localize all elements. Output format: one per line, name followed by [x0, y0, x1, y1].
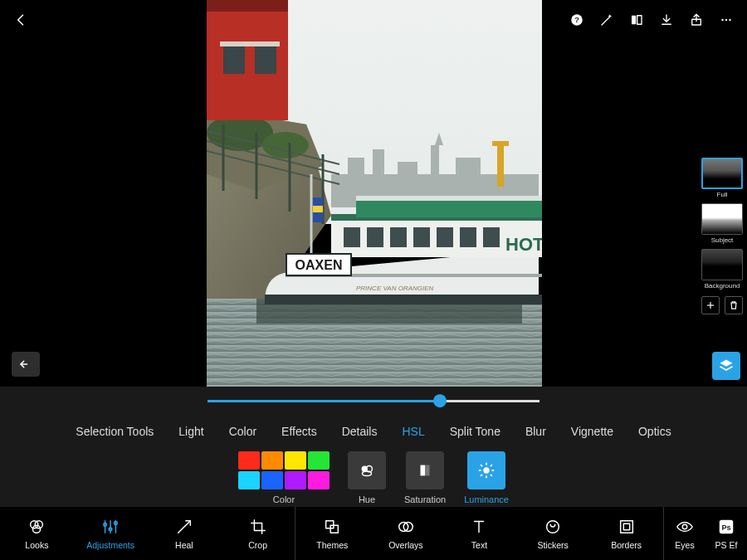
tool-label: Eyes	[675, 540, 694, 550]
tool-crop[interactable]: Crop	[221, 507, 295, 560]
svg-text:PRINCE VAN ORANGIEN: PRINCE VAN ORANGIEN	[356, 285, 434, 292]
adjustments-panel: Selection ToolsLightColorEffectsDetailsH…	[0, 387, 747, 507]
color-swatch-7[interactable]	[308, 471, 330, 489]
tool-borders[interactable]: Borders	[589, 507, 663, 560]
tab-split-tone[interactable]: Split Tone	[450, 425, 500, 438]
color-swatch-3[interactable]	[308, 451, 330, 470]
add-mask-button[interactable]	[701, 296, 720, 314]
tool-label: Crop	[248, 540, 267, 550]
svg-text:?: ?	[574, 15, 579, 24]
tool-overlays[interactable]: Overlays	[369, 507, 443, 560]
svg-rect-62	[425, 465, 430, 476]
svg-point-63	[483, 467, 489, 473]
tool-stickers[interactable]: Stickers	[516, 507, 590, 560]
tab-hsl[interactable]: HSL	[402, 425, 424, 438]
svg-rect-35	[437, 227, 453, 247]
delete-mask-button[interactable]	[725, 296, 743, 314]
tool-looks[interactable]: Looks	[0, 507, 74, 560]
back-button[interactable]	[8, 7, 33, 32]
svg-rect-87	[623, 523, 629, 529]
download-icon[interactable]	[654, 7, 679, 32]
masks-panel: Full Subject Background	[699, 158, 745, 314]
more-icon[interactable]	[714, 7, 739, 32]
themes-icon	[323, 518, 341, 536]
svg-rect-39	[356, 196, 542, 201]
auto-enhance-icon[interactable]	[594, 7, 619, 32]
tool-label: Borders	[611, 540, 642, 550]
undo-button[interactable]	[12, 352, 40, 377]
tool-themes[interactable]: Themes	[295, 507, 369, 560]
color-swatch-4[interactable]	[238, 471, 260, 489]
tab-effects[interactable]: Effects	[281, 425, 317, 438]
tool-label: Adjustments	[86, 540, 134, 550]
svg-point-73	[36, 520, 43, 528]
tool-label: Heal	[175, 540, 193, 550]
mask-background[interactable]: Background	[701, 249, 743, 290]
mask-label: Subject	[711, 236, 734, 244]
help-icon[interactable]: ?	[564, 7, 589, 32]
tool-label: Overlays	[388, 540, 422, 550]
svg-rect-4	[373, 149, 384, 183]
svg-text:HOTE: HOTE	[505, 234, 542, 255]
tool-label: Stickers	[537, 540, 568, 550]
text-icon	[470, 518, 488, 536]
photo-canvas[interactable]: OAXEN PRINCE VAN ORANGIEN HOTE	[207, 0, 542, 387]
svg-rect-81	[326, 520, 334, 528]
svg-rect-32	[367, 227, 383, 247]
control-label: Saturation	[404, 494, 446, 504]
svg-rect-50	[637, 16, 642, 25]
svg-rect-10	[492, 141, 509, 146]
svg-text:Ps: Ps	[721, 523, 730, 531]
svg-rect-5	[398, 162, 417, 187]
share-icon[interactable]	[684, 7, 709, 32]
tool-eyes[interactable]: Eyes	[664, 507, 706, 560]
saturation-control[interactable]: Saturation	[404, 451, 446, 504]
svg-point-52	[721, 19, 723, 21]
svg-point-54	[729, 19, 730, 21]
tab-details[interactable]: Details	[342, 425, 378, 438]
hsl-slider[interactable]	[208, 392, 540, 411]
svg-line-68	[481, 465, 482, 466]
mask-label: Full	[717, 191, 728, 198]
tool-psef[interactable]: PsPS Ef	[706, 507, 747, 560]
tab-selection-tools[interactable]: Selection Tools	[76, 425, 154, 438]
color-swatch-5[interactable]	[261, 471, 283, 489]
svg-rect-49	[632, 16, 636, 25]
mask-subject[interactable]: Subject	[701, 203, 743, 244]
svg-rect-15	[223, 46, 245, 74]
luminance-control[interactable]: Luminance	[464, 451, 509, 504]
color-swatch-2[interactable]	[285, 451, 306, 470]
top-bar: ?	[0, 0, 747, 40]
tab-vignette[interactable]: Vignette	[571, 425, 613, 438]
overlays-icon	[397, 518, 415, 536]
eyes-icon	[676, 518, 694, 536]
tool-label: Looks	[25, 540, 48, 550]
adjustments-icon	[101, 518, 120, 536]
layers-button[interactable]	[712, 352, 740, 380]
swatch-group-label: Color	[273, 494, 295, 504]
hsl-controls-row: Color Hue Saturation Luminance	[238, 451, 509, 504]
tab-blur[interactable]: Blur	[525, 425, 546, 438]
tool-label: Text	[471, 540, 487, 550]
psef-icon: Ps	[717, 518, 735, 536]
svg-rect-36	[460, 227, 476, 247]
hue-control[interactable]: Hue	[348, 451, 386, 504]
svg-point-74	[33, 525, 41, 533]
mask-full[interactable]: Full	[701, 158, 743, 198]
tab-optics[interactable]: Optics	[638, 425, 671, 438]
borders-icon	[618, 518, 636, 536]
color-swatch-6[interactable]	[285, 471, 306, 489]
svg-line-70	[481, 475, 482, 476]
tab-color[interactable]: Color	[229, 425, 256, 438]
tool-text[interactable]: Text	[442, 507, 516, 560]
tool-adjustments[interactable]: Adjustments	[74, 507, 148, 560]
control-label: Hue	[359, 494, 375, 504]
tool-heal[interactable]: Heal	[148, 507, 222, 560]
tab-light[interactable]: Light	[178, 425, 203, 438]
svg-rect-38	[356, 199, 542, 217]
color-swatch-0[interactable]	[238, 451, 260, 470]
compare-icon[interactable]	[624, 7, 649, 32]
color-swatch-1[interactable]	[261, 451, 283, 470]
svg-rect-37	[483, 227, 500, 247]
svg-line-71	[491, 465, 492, 466]
